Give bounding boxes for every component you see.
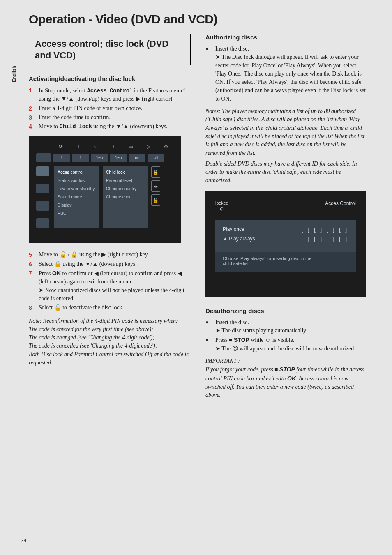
top-val: no xyxy=(129,154,145,162)
ss1-lock-icons: 🔒 ◂▸ 🔓 xyxy=(151,166,161,228)
locked-label: locked xyxy=(215,200,228,205)
top-val: 1en xyxy=(110,154,127,162)
bullet-text: Insert the disc. ➤ The Disc lock dialogu… xyxy=(215,45,367,103)
note-line: The code is entered for the very first t… xyxy=(29,325,191,334)
stop-label: STOP xyxy=(234,336,249,343)
step-text: Enter a 4-digit PIN code of your own cho… xyxy=(39,104,191,113)
slider-icon: ◂▸ xyxy=(151,180,160,192)
result-text: ➤ The disc starts playing automatically. xyxy=(215,327,307,334)
access-control-dialog-screenshot: locked ⊙ Acces Control Play once [ ] [ ]… xyxy=(205,191,366,297)
code-field: [ ] [ ] [ ] [ ] xyxy=(302,236,348,242)
page-number: 24 xyxy=(21,537,26,543)
step-num: 1 xyxy=(29,86,35,104)
t: Move to xyxy=(39,123,60,129)
menu-item: PBC xyxy=(58,210,96,218)
menu-item: Parental level xyxy=(106,177,145,185)
note-line: The code is cancelled (see 'Changing the… xyxy=(29,342,191,350)
top-icon: ⊕ xyxy=(158,144,173,152)
stop-label: STOP xyxy=(279,366,295,373)
dialog-title: Acces Control xyxy=(325,200,356,212)
result-text: ➤ The Disc lock dialogue will appear. It… xyxy=(215,54,366,101)
step-num: 2 xyxy=(29,104,35,113)
bullet-text: Insert the disc. ➤ The disc starts playi… xyxy=(215,318,307,335)
deauth-bullets: Insert the disc. ➤ The disc starts playi… xyxy=(205,318,367,353)
section-box-heading: Access control; disc lock (DVD and VCD) xyxy=(29,34,191,65)
play-once-label: Play once xyxy=(223,226,244,232)
top-icon: ▷ xyxy=(141,144,156,152)
authorizing-heading: Authorizing discs xyxy=(205,34,367,41)
dialog-panel: Play once [ ] [ ] [ ] [ ] ▲ Play always … xyxy=(215,220,356,252)
step-text: Move to 🔓 / 🔒 using the ▶ (right cursor)… xyxy=(39,251,191,259)
disc-icon xyxy=(36,153,51,162)
top-icon: T xyxy=(71,144,86,152)
t: Press xyxy=(39,270,52,276)
menu-item: Display xyxy=(58,202,96,210)
ss1-top-values: 1 1 1en 1en no off xyxy=(36,153,173,162)
note-text: Double sided DVD discs may have a differ… xyxy=(205,160,367,185)
menu-item: Low power standby xyxy=(58,185,96,193)
locked-indicator: locked ⊙ xyxy=(215,200,228,212)
note-line: Both Disc lock and Parental Control are … xyxy=(29,350,191,367)
lock-icon: ⊙ xyxy=(220,206,224,212)
left-column: Access control; disc lock (DVD and VCD) … xyxy=(29,34,191,405)
t: In Stop mode, select xyxy=(39,88,87,94)
language-side-label: English xyxy=(12,66,16,82)
t: Press ■ xyxy=(215,337,234,343)
osd-label: Access Control xyxy=(87,88,133,94)
auth-notes: Notes: The player memory maintains a lis… xyxy=(205,107,367,185)
note-line: The code is changed (see 'Changing the 4… xyxy=(29,334,191,342)
t: If you forgot your code, press ■ xyxy=(205,366,279,373)
ok-label: OK xyxy=(287,375,296,382)
bus-icon: ⟟ xyxy=(183,87,185,94)
step-num: 3 xyxy=(29,113,35,122)
step-num: 5 xyxy=(29,251,35,259)
bullet-text: Press ■ STOP while ☺ is visible. ➤ The ☹… xyxy=(215,336,355,353)
side-icon xyxy=(36,166,49,176)
t: using the ▼/▲ (down/up) keys and press ▶… xyxy=(39,96,174,102)
top-val: off xyxy=(148,154,164,162)
top-val: 1en xyxy=(91,154,108,162)
box-heading-text: Access control; disc lock (DVD and VCD) xyxy=(35,38,184,61)
t: Insert the disc. xyxy=(215,46,249,52)
code-field: [ ] [ ] [ ] [ ] xyxy=(302,226,348,233)
step-num: 8 xyxy=(29,304,35,312)
step-num: 6 xyxy=(29,260,35,268)
step-num: 7 xyxy=(29,269,35,303)
step-text: Press OK to confirm or ◀ (left cursor) t… xyxy=(39,269,191,303)
result-text: ➤ The ☹ will appear and the disc will be… xyxy=(215,345,355,352)
result-text: ➤ Now unauthorized discs will not be pla… xyxy=(39,287,184,302)
step-text: Move to Child lock using the ▼/▲ (down/u… xyxy=(39,122,191,131)
step-text: Enter the code time to confirm. xyxy=(39,113,191,122)
menu-item: Change code xyxy=(106,193,145,202)
top-icon: ▭ xyxy=(123,144,138,152)
important-head: IMPORTANT : xyxy=(205,357,367,365)
menu-item: Acces control xyxy=(58,169,96,177)
unlock-icon: 🔓 xyxy=(151,194,160,206)
top-val: 1 xyxy=(72,154,89,162)
top-icon: C xyxy=(88,144,104,152)
side-icon xyxy=(36,218,49,228)
side-icon xyxy=(36,201,49,211)
note-head: Note: Reconfirmation of the 4-digit PIN … xyxy=(29,317,191,325)
top-icon: ♪ xyxy=(106,144,121,152)
menu-item: Sound mode xyxy=(58,193,96,202)
activate-steps-cont: 5 Move to 🔓 / 🔒 using the ▶ (right curso… xyxy=(29,251,191,312)
ss1-side-icons xyxy=(36,166,51,228)
ss1-menu-col1: Acces control Status window Low power st… xyxy=(54,166,99,228)
note-text: Notes: The player memory maintains a lis… xyxy=(205,107,367,157)
ss1-menu-col2: Child lock Parental level Change country… xyxy=(103,166,148,228)
important-note: IMPORTANT : If you forgot your code, pre… xyxy=(205,357,367,399)
step-text: Select 🔒 using the ▼/▲ (down/up) keys. xyxy=(39,260,191,268)
step-text: Select 🔓 to deactivate the disc lock. xyxy=(39,304,191,312)
activate-steps: 1 In Stop mode, select Access Control in… xyxy=(29,86,191,131)
t: using the ▼/▲ (down/up) keys. xyxy=(92,123,168,129)
hint-line: child safe list xyxy=(223,261,348,266)
side-icon xyxy=(36,184,49,193)
auth-bullets: Insert the disc. ➤ The Disc lock dialogu… xyxy=(205,45,367,103)
hint-line: Choose 'Play always' for inserting disc … xyxy=(223,256,348,261)
dialog-hint: Choose 'Play always' for inserting disc … xyxy=(215,252,356,272)
top-icon: ⟳ xyxy=(53,144,69,152)
t: while ☺ is visible. xyxy=(249,337,295,343)
ss1-top-icons: ⟳ T C ♪ ▭ ▷ ⊕ xyxy=(53,144,173,152)
step-text: In Stop mode, select Access Control in t… xyxy=(39,86,191,104)
